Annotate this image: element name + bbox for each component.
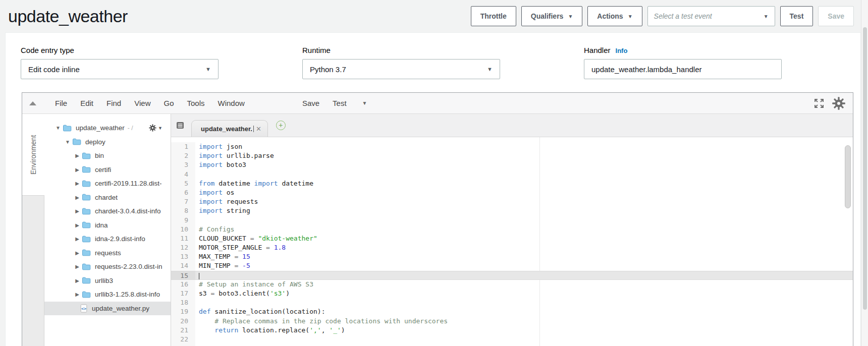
page-scrollbar[interactable] xyxy=(861,0,868,346)
chevron-right-icon[interactable]: ▶ xyxy=(74,208,81,214)
code-line-8[interactable]: 8import string xyxy=(171,206,853,215)
tree-folder-chardet[interactable]: ▶chardet xyxy=(44,191,171,205)
code-line-11[interactable]: 11CLOUD_BUCKET = "dkiot-weather" xyxy=(171,234,853,243)
code-line-18[interactable]: 18 xyxy=(171,298,853,307)
line-number: 11 xyxy=(171,234,195,243)
tree-item-label: certifi-2019.11.28.dist- xyxy=(95,180,162,187)
folder-icon xyxy=(82,249,91,256)
triangle-up-icon[interactable] xyxy=(29,101,36,105)
code-area[interactable]: 1import json2import urllib.parse3import … xyxy=(171,137,853,346)
code-line-23[interactable]: 23 xyxy=(171,344,853,346)
editor-scrollbar-thumb[interactable] xyxy=(845,145,851,208)
code-line-12[interactable]: 12MOTOR_STEP_ANGLE = 1.8 xyxy=(171,243,853,252)
tree-folder-deploy[interactable]: ▼deploy xyxy=(44,135,171,149)
folder-icon xyxy=(82,277,91,284)
chevron-right-icon[interactable]: ▶ xyxy=(74,181,81,186)
tab-environment[interactable]: Environment xyxy=(22,114,44,196)
chevron-right-icon[interactable]: ▶ xyxy=(74,195,81,200)
handler-input[interactable] xyxy=(591,65,774,74)
code-line-9[interactable]: 9 xyxy=(171,216,853,225)
code-line-15[interactable]: 15 xyxy=(171,271,853,280)
tree-folder-idna-2-9-dist-info[interactable]: ▶idna-2.9.dist-info xyxy=(44,232,171,246)
gear-icon[interactable] xyxy=(832,96,846,110)
code-line-1[interactable]: 1import json xyxy=(171,142,853,151)
tree-folder-requests[interactable]: ▶requests xyxy=(44,246,171,260)
chevron-down-icon[interactable]: ▼ xyxy=(64,139,71,145)
menu-edit[interactable]: Edit xyxy=(74,99,100,107)
menu-window[interactable]: Window xyxy=(211,99,251,107)
plus-circle-icon[interactable]: + xyxy=(276,121,286,130)
code-line-14[interactable]: 14MIN_TEMP = -5 xyxy=(171,261,853,270)
tree-folder-certifi-2019-11-28-dist-[interactable]: ▶certifi-2019.11.28.dist- xyxy=(44,177,171,191)
handler-info-link[interactable]: Info xyxy=(616,47,628,54)
runtime-select[interactable]: Python 3.7 ▼ xyxy=(302,59,500,79)
code-entry-select[interactable]: Edit code inline ▼ xyxy=(21,59,219,79)
tree-folder-bin[interactable]: ▶bin xyxy=(44,149,171,163)
tree-folder-chardet-3-0-4-dist-info[interactable]: ▶chardet-3.0.4.dist-info xyxy=(44,204,171,218)
folder-icon xyxy=(82,180,91,187)
line-number: 7 xyxy=(171,197,195,206)
line-content: import json xyxy=(195,142,242,151)
close-icon[interactable]: ✕ xyxy=(256,125,261,133)
line-number: 22 xyxy=(171,335,195,344)
tree-root-update-weather[interactable]: ▼update_weather- /▼ xyxy=(44,121,171,135)
tree-settings-button[interactable]: ▼ xyxy=(149,124,162,132)
menu-file[interactable]: File xyxy=(48,99,74,107)
list-icon[interactable] xyxy=(176,122,184,129)
chevron-right-icon[interactable]: ▶ xyxy=(74,222,81,228)
code-line-19[interactable]: 19def sanitize_location(location): xyxy=(171,307,853,316)
menubar-test[interactable]: Test xyxy=(326,99,353,107)
actions-button[interactable]: Actions ▼ xyxy=(587,6,642,26)
code-line-22[interactable]: 22 xyxy=(171,335,853,344)
tree-folder-requests-2-23-0-dist-in[interactable]: ▶requests-2.23.0.dist-in xyxy=(44,260,171,274)
tree-file-update-weather-py[interactable]: <>update_weather.py xyxy=(44,302,171,316)
code-line-6[interactable]: 6import os xyxy=(171,188,853,197)
menu-tools[interactable]: Tools xyxy=(180,99,211,107)
caret-down-icon[interactable]: ▼ xyxy=(356,98,373,108)
tree-item-label: update_weather.py xyxy=(92,305,149,312)
chevron-right-icon[interactable]: ▶ xyxy=(74,250,81,256)
menu-find[interactable]: Find xyxy=(100,99,128,107)
throttle-button[interactable]: Throttle xyxy=(471,6,516,26)
line-number: 20 xyxy=(171,317,195,326)
line-content: # Setup an instance of AWS S3 xyxy=(195,280,313,289)
chevron-down-icon[interactable]: ▼ xyxy=(55,125,62,131)
chevron-right-icon[interactable]: ▶ xyxy=(74,236,81,242)
code-line-3[interactable]: 3import boto3 xyxy=(171,160,853,169)
line-number: 19 xyxy=(171,307,195,316)
editor-scrollbar[interactable] xyxy=(845,142,851,346)
chevron-right-icon[interactable]: ▶ xyxy=(74,153,81,158)
menubar-save[interactable]: Save xyxy=(296,99,326,107)
editor-tabbar: update_weather. ✕ + xyxy=(171,114,853,137)
chevron-right-icon[interactable]: ▶ xyxy=(74,167,81,172)
page-scrollbar-thumb[interactable] xyxy=(863,27,867,310)
code-line-7[interactable]: 7import requests xyxy=(171,197,853,206)
code-line-4[interactable]: 4 xyxy=(171,170,853,179)
chevron-right-icon[interactable]: ▶ xyxy=(74,292,81,297)
code-line-5[interactable]: 5from datetime import datetime xyxy=(171,179,853,188)
folder-icon xyxy=(82,221,91,228)
expand-icon[interactable] xyxy=(813,98,825,109)
tree-folder-idna[interactable]: ▶idna xyxy=(44,218,171,233)
tree-folder-urllib3[interactable]: ▶urllib3 xyxy=(44,274,171,288)
code-line-20[interactable]: 20 # Replace commas in the zip code loca… xyxy=(171,317,853,326)
qualifiers-button[interactable]: Qualifiers ▼ xyxy=(521,6,583,26)
save-button[interactable]: Save xyxy=(818,6,854,26)
tree-folder-certifi[interactable]: ▶certifi xyxy=(44,163,171,177)
code-line-10[interactable]: 10# Configs xyxy=(171,225,853,234)
menu-go[interactable]: Go xyxy=(157,99,180,107)
code-line-2[interactable]: 2import urllib.parse xyxy=(171,151,853,160)
tree-folder-urllib3-1-25-8-dist-info[interactable]: ▶urllib3-1.25.8.dist-info xyxy=(44,287,171,302)
code-line-17[interactable]: 17s3 = boto3.client('s3') xyxy=(171,289,853,298)
code-line-13[interactable]: 13MAX_TEMP = 15 xyxy=(171,252,853,261)
environment-strip: Environment xyxy=(22,114,44,346)
menu-view[interactable]: View xyxy=(128,99,157,107)
chevron-right-icon[interactable]: ▶ xyxy=(74,278,81,283)
code-line-16[interactable]: 16# Setup an instance of AWS S3 xyxy=(171,280,853,289)
chevron-right-icon[interactable]: ▶ xyxy=(74,264,81,269)
test-button[interactable]: Test xyxy=(780,6,813,26)
line-number: 9 xyxy=(171,216,195,225)
test-event-select[interactable]: Select a test event ▼ xyxy=(647,6,775,26)
code-line-21[interactable]: 21 return location.replace(',', '_') xyxy=(171,326,853,335)
tab-update-weather-py[interactable]: update_weather. ✕ xyxy=(191,120,268,137)
